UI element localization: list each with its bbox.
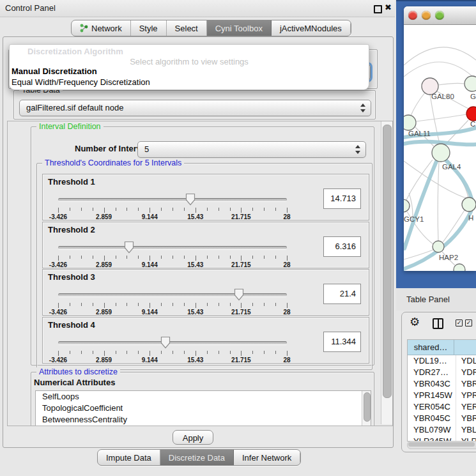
tick-mark xyxy=(104,208,105,213)
dropdown-option[interactable]: Manual Discretization xyxy=(12,66,97,76)
tick-mark xyxy=(81,256,82,259)
tick-mark xyxy=(58,256,59,261)
tick-label: 21.715 xyxy=(231,309,251,316)
tick-mark xyxy=(127,208,127,211)
slider-thumb[interactable] xyxy=(234,288,244,301)
network-node[interactable] xyxy=(454,264,465,271)
network-node[interactable] xyxy=(404,199,410,212)
table-row[interactable]: YER054C YER0 xyxy=(408,401,476,413)
tab[interactable]: Network xyxy=(72,20,131,36)
network-node[interactable] xyxy=(464,76,476,91)
group-title: Attributes to discretize xyxy=(36,367,120,376)
minimize-traffic-light-icon[interactable] xyxy=(422,11,431,20)
tick-label: -3.426 xyxy=(49,213,67,220)
float-window-icon[interactable] xyxy=(374,5,382,13)
numerical-attributes-label: Numerical Attributes xyxy=(34,378,115,387)
settings-scrollbar[interactable] xyxy=(381,121,392,424)
tick-mark xyxy=(150,208,150,213)
tab[interactable]: jActiveMNodules xyxy=(272,20,351,36)
table-row[interactable]: YBR045C YBR0 xyxy=(408,413,476,424)
network-node[interactable] xyxy=(433,241,444,252)
close-traffic-light-icon[interactable] xyxy=(408,11,417,20)
table-row[interactable]: YDL19… YDL1 xyxy=(408,355,476,367)
tab[interactable]: Style xyxy=(131,20,167,36)
tick-label: 9.144 xyxy=(142,213,158,220)
numerical-attributes-list[interactable]: SelfLoopsTopologicalCoefficientBetweenne… xyxy=(35,390,371,426)
network-node[interactable] xyxy=(466,107,476,121)
apply-button[interactable]: Apply xyxy=(173,430,213,445)
tab-label: Impute Data xyxy=(106,453,151,463)
network-node[interactable] xyxy=(404,115,416,130)
tick-label: 28 xyxy=(283,261,290,268)
table-row[interactable]: YBL079W YBL0 xyxy=(408,424,476,436)
network-node[interactable] xyxy=(432,144,450,162)
threshold-value-field[interactable]: 14.713 xyxy=(323,188,361,209)
slider-track[interactable] xyxy=(58,198,287,201)
table-row[interactable]: YBR043C YBR0 xyxy=(408,378,476,390)
scrollbar-thumb[interactable] xyxy=(364,392,371,422)
attributes-group: Attributes to discretize Numerical Attri… xyxy=(31,372,374,426)
panel-title: Control Panel xyxy=(5,3,56,13)
tick-mark xyxy=(70,256,70,259)
dropdown-option[interactable]: Equal Width/Frequency Discretization xyxy=(12,77,150,87)
tick-mark xyxy=(161,256,162,259)
number-of-intervals-combo[interactable]: 5 xyxy=(137,141,366,158)
tick-mark xyxy=(196,351,196,356)
slider-thumb[interactable] xyxy=(124,241,134,254)
threshold-slider[interactable]: -3.4262.8599.14415.4321.71528 xyxy=(58,288,287,314)
control-panel: Control Panel ✖ Network Style Select xyxy=(0,0,395,476)
threshold-value-field[interactable]: 21.4 xyxy=(323,284,361,304)
tick-mark xyxy=(138,303,139,306)
slider-track[interactable] xyxy=(58,293,287,296)
table-panel-titlebar: Table Panel xyxy=(396,288,476,311)
checkbox-icon[interactable]: ✓ xyxy=(456,319,463,326)
gear-icon[interactable]: ⚙ xyxy=(410,315,420,329)
list-item[interactable]: BetweennessCentrality xyxy=(36,414,371,426)
tab[interactable]: Impute Data xyxy=(98,450,160,465)
column-header[interactable]: shared… xyxy=(408,340,454,355)
scrollbar-thumb[interactable] xyxy=(408,442,475,447)
table-cell: YDR2 xyxy=(456,367,476,378)
threshold-value-field[interactable]: 6.316 xyxy=(323,236,361,257)
tick-mark xyxy=(230,208,231,211)
scrollbar-thumb[interactable] xyxy=(383,125,392,398)
threshold-slider[interactable]: -3.4262.8599.14415.4321.71528 xyxy=(58,240,287,267)
threshold-value-field[interactable]: 11.344 xyxy=(323,332,361,352)
close-icon[interactable]: ✖ xyxy=(385,3,392,12)
tick-mark xyxy=(70,208,70,211)
tab[interactable]: Discretize Data xyxy=(160,450,234,465)
list-item[interactable]: TopologicalCoefficient xyxy=(36,403,371,414)
slider-thumb[interactable] xyxy=(185,193,196,206)
column-header[interactable]: na xyxy=(454,340,476,355)
slider-track[interactable] xyxy=(58,341,287,344)
threshold-slider[interactable]: -3.4262.8599.14415.4321.71528 xyxy=(58,192,287,219)
table-cell: YPR1 xyxy=(456,390,476,401)
tick-mark xyxy=(184,303,185,306)
tab[interactable]: Cyni Toolbox xyxy=(207,20,272,36)
tab[interactable]: Select xyxy=(167,20,207,36)
table-row[interactable]: YDR27… YDR2 xyxy=(408,367,476,378)
columns-icon[interactable] xyxy=(433,318,443,329)
network-edge xyxy=(438,162,439,241)
table-row[interactable]: YPR145W YPR1 xyxy=(408,390,476,401)
tick-mark xyxy=(264,256,265,259)
tick-mark xyxy=(173,303,173,306)
threshold-slider[interactable]: -3.4262.8599.14415.4321.71528 xyxy=(58,335,287,362)
slider-track[interactable] xyxy=(58,246,287,249)
tab[interactable]: Infer Network xyxy=(234,450,300,465)
combo-value: 5 xyxy=(144,144,149,154)
table-horizontal-scrollbar[interactable] xyxy=(407,441,476,449)
tick-label: 2.859 xyxy=(96,213,112,220)
checkbox-icon[interactable]: ✓ xyxy=(465,319,472,326)
zoom-traffic-light-icon[interactable] xyxy=(435,11,444,20)
table-data-combo[interactable]: galFiltered.sif default node xyxy=(19,100,371,116)
group-title: Interval Definition xyxy=(36,122,104,131)
tick-mark xyxy=(196,303,196,308)
list-scrollbar[interactable] xyxy=(362,391,371,426)
network-canvas[interactable]: GAL80GACGAL11GAL4GCY1HHAP2 xyxy=(404,25,476,271)
list-item[interactable]: SelfLoops xyxy=(36,391,371,403)
network-node[interactable] xyxy=(462,197,476,211)
slider-thumb[interactable] xyxy=(160,336,171,349)
threshold-label: Threshold 2 xyxy=(48,225,95,234)
table-cell: YPR145W xyxy=(408,390,453,401)
